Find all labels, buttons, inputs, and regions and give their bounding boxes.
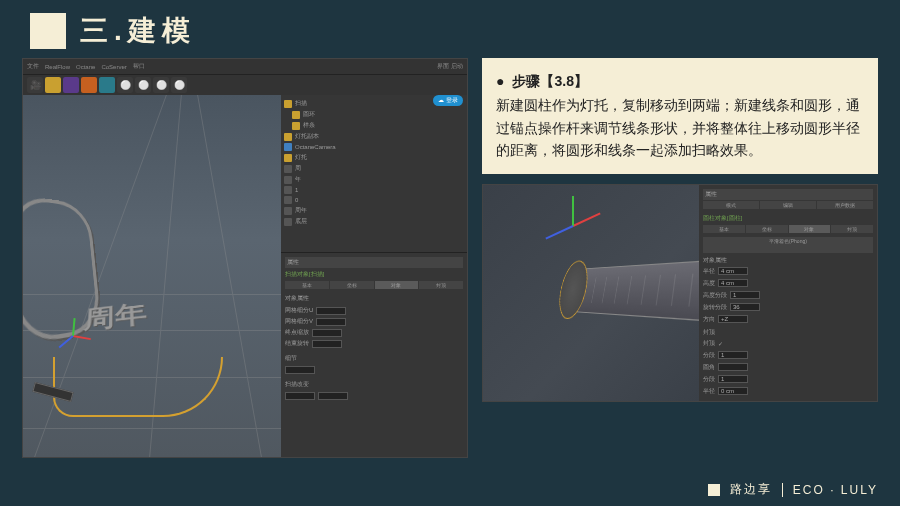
prop-row: 半径0 cm: [703, 386, 873, 397]
content-row: 文件 RealFlow Octane CoServer 帮口 界面 启动 🎥 ⚪…: [0, 58, 900, 458]
tool-icon[interactable]: [63, 77, 79, 93]
props-tabs: 基本 坐标 对象 封顶: [703, 225, 873, 233]
props-group: 扫描改变: [285, 378, 463, 391]
toolbar: 🎥 ⚪ ⚪ ⚪ ⚪: [23, 75, 467, 95]
prop-input[interactable]: [312, 340, 342, 348]
prop-row: 分段1: [703, 350, 873, 361]
tab[interactable]: 坐标: [330, 281, 374, 289]
menu-layout[interactable]: 界面 启动: [437, 62, 463, 71]
footer-divider: [782, 483, 783, 497]
screenshot-right: 属性 模式 编辑 用户数据 圆柱对象[圆柱] 基本 坐标 对象 封顶 平滑着色(…: [482, 184, 878, 402]
props-object: 扫描对象[扫描]: [285, 268, 463, 281]
prop-row: [285, 365, 463, 375]
step-label: 步骤【3.8】: [496, 70, 864, 92]
phong-tab[interactable]: 平滑着色(Phong): [703, 237, 873, 253]
tool-icon[interactable]: [99, 77, 115, 93]
app-menubar: 文件 RealFlow Octane CoServer 帮口 界面 启动: [23, 59, 467, 75]
prop-input[interactable]: [316, 307, 346, 315]
props-group: 封顶: [703, 328, 873, 337]
hierarchy-item: 周: [284, 163, 464, 174]
screenshot-left: 文件 RealFlow Octane CoServer 帮口 界面 启动 🎥 ⚪…: [22, 58, 468, 458]
tool-icon[interactable]: ⚪: [117, 77, 133, 93]
props-object: 圆柱对象[圆柱]: [703, 213, 873, 224]
props-header: 属性: [703, 189, 873, 200]
cylinder-object: [544, 248, 699, 334]
hierarchy-item: 样条: [284, 120, 464, 131]
hierarchy-item: 1: [284, 185, 464, 195]
slide-footer: 路边享 ECO · LULY: [708, 481, 878, 498]
hierarchy-item: 灯托副本: [284, 131, 464, 142]
prop-row: 结束旋转: [285, 338, 463, 349]
prop-row: 网格细分U: [285, 305, 463, 316]
tool-icon[interactable]: 🎥: [27, 77, 43, 93]
prop-row: 封顶✓: [703, 338, 873, 349]
viewport-detail[interactable]: [483, 185, 699, 401]
app-body: 周年 扫描 圆环 样条 灯托副本 OctaneCamera 灯托 周: [23, 95, 467, 457]
prop-row: 方向+Z: [703, 314, 873, 325]
tab[interactable]: 对象: [375, 281, 419, 289]
prop-row: 半径4 cm: [703, 266, 873, 277]
slide-title: 三.建模: [80, 12, 196, 50]
menu-item[interactable]: RealFlow: [45, 64, 70, 70]
hierarchy-item: OctaneCamera: [284, 142, 464, 152]
props-tabs[interactable]: 基本 坐标 对象 封顶: [285, 281, 463, 289]
viewport-3d[interactable]: 周年: [23, 95, 281, 457]
tool-icon[interactable]: ⚪: [171, 77, 187, 93]
props-group: 对象属性: [703, 256, 873, 265]
footer-square-icon: [708, 484, 720, 496]
tool-icon[interactable]: [81, 77, 97, 93]
cloud-login-badge[interactable]: ☁ 登录: [433, 95, 463, 106]
props-header: 属性: [285, 257, 463, 268]
step-body: 新建圆柱作为灯托，复制移动到两端；新建线条和圆形，通过锚点操作杆来调节线条形状，…: [496, 94, 864, 161]
footer-brand2: ECO · LULY: [793, 483, 878, 497]
props-group: 细节: [285, 352, 463, 365]
tool-icon[interactable]: [45, 77, 61, 93]
prop-input[interactable]: [316, 318, 346, 326]
hierarchy-item: 底层: [284, 216, 464, 227]
hierarchy-item: 周年: [284, 205, 464, 216]
hierarchy-panel[interactable]: 扫描 圆环 样条 灯托副本 OctaneCamera 灯托 周 年 1 0 周年…: [281, 95, 467, 253]
header-square-icon: [30, 13, 66, 49]
properties-panel-right[interactable]: 属性 模式 编辑 用户数据 圆柱对象[圆柱] 基本 坐标 对象 封顶 平滑着色(…: [699, 185, 877, 401]
menu-item[interactable]: CoServer: [101, 64, 126, 70]
properties-panel[interactable]: 属性 扫描对象[扫描] 基本 坐标 对象 封顶 对象属性 网格细分U 网格细分V…: [281, 253, 467, 457]
tab[interactable]: 封顶: [419, 281, 463, 289]
tool-icon[interactable]: ⚪: [135, 77, 151, 93]
tool-icon[interactable]: ⚪: [153, 77, 169, 93]
menu-item[interactable]: Octane: [76, 64, 95, 70]
hierarchy-item: 圆环: [284, 109, 464, 120]
right-column: 步骤【3.8】 新建圆柱作为灯托，复制移动到两端；新建线条和圆形，通过锚点操作杆…: [482, 58, 878, 458]
slide-header: 三.建模: [0, 0, 900, 58]
hierarchy-item: 年: [284, 174, 464, 185]
menu-item[interactable]: 帮口: [133, 62, 145, 71]
prop-row: [285, 391, 463, 401]
prop-row: 高度4 cm: [703, 278, 873, 289]
prop-row: 旋转分段36: [703, 302, 873, 313]
footer-brand1: 路边享: [730, 481, 772, 498]
prop-row: 网格细分V: [285, 316, 463, 327]
tab[interactable]: 基本: [285, 281, 329, 289]
props-group: 对象属性: [285, 292, 463, 305]
hierarchy-item: 灯托: [284, 152, 464, 163]
prop-row: 高度分段1: [703, 290, 873, 301]
prop-input[interactable]: [312, 329, 342, 337]
prop-row: 圆角: [703, 362, 873, 373]
side-panels: 扫描 圆环 样条 灯托副本 OctaneCamera 灯托 周 年 1 0 周年…: [281, 95, 467, 457]
prop-row: 分段1: [703, 374, 873, 385]
prop-row: 终点缩放: [285, 327, 463, 338]
props-top-tabs: 模式 编辑 用户数据: [703, 201, 873, 209]
instruction-box: 步骤【3.8】 新建圆柱作为灯托，复制移动到两端；新建线条和圆形，通过锚点操作杆…: [482, 58, 878, 174]
hierarchy-item: 0: [284, 195, 464, 205]
menu-item[interactable]: 文件: [27, 62, 39, 71]
object-anniversary-text: 周年: [82, 297, 148, 338]
